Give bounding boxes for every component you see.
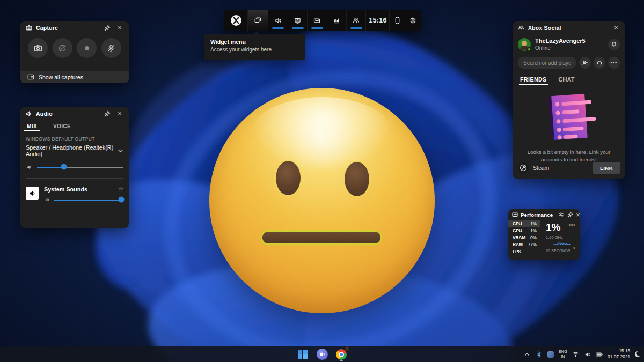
pin-icon[interactable]	[103, 24, 112, 32]
link-account-button[interactable]: LINK	[593, 162, 620, 174]
graph-y-min: 0	[573, 246, 575, 250]
avatar[interactable]	[518, 38, 531, 51]
search-input[interactable]	[523, 60, 571, 66]
more-options-button[interactable]: •••	[608, 57, 620, 69]
start-button[interactable]	[296, 348, 310, 361]
active-underline	[292, 27, 304, 29]
tray-chevron-up-icon[interactable]	[524, 351, 531, 358]
capture-widget-title: Capture	[36, 25, 58, 31]
active-underline	[350, 27, 362, 29]
emoji-mouth	[261, 230, 382, 245]
gear-icon	[409, 17, 416, 24]
performance-widget: Performance × CPU1% GPU1% VRAM0%	[508, 209, 580, 260]
people-icon	[353, 17, 360, 24]
tooltip-title: Widget menu	[210, 39, 298, 45]
xbox-logo-icon	[231, 15, 241, 26]
steam-icon	[518, 162, 529, 173]
tab-mix[interactable]: MIX	[26, 121, 38, 131]
metric-row-ram[interactable]: RAM77%	[508, 241, 540, 248]
gamertag: TheLazyAvenger5	[535, 38, 604, 44]
close-icon[interactable]: ×	[612, 24, 620, 32]
system-sounds-label: System Sounds	[44, 186, 87, 193]
show-all-captures-label: Show all captures	[39, 74, 83, 80]
gamebar-settings-button[interactable]	[405, 10, 421, 31]
performance-detail-panel: 1% 100 1.60 GHz 60 SECONDS 0	[540, 220, 577, 255]
performance-widget-title: Performance	[521, 212, 553, 218]
screenshot-button[interactable]	[28, 38, 48, 58]
speaker-icon[interactable]	[584, 351, 591, 358]
graph-y-max: 100	[568, 223, 575, 227]
tooltip-body: Access your widgets here	[210, 47, 298, 53]
audio-widget: Audio × MIX VOICE WINDOWS DEFAULT OUTPUT…	[20, 107, 129, 228]
capture-widget: Capture × Show all capt	[20, 21, 129, 83]
show-all-captures-button[interactable]: Show all captures	[20, 71, 129, 83]
party-headset-button[interactable]	[594, 57, 605, 69]
metric-row-vram[interactable]: VRAM0%	[508, 234, 540, 241]
taskbar-chat-button[interactable]	[315, 348, 329, 361]
wifi-icon[interactable]	[572, 351, 579, 358]
desktop: 15:16 Widget menu Access your widgets he…	[0, 0, 644, 362]
output-device-name: Speaker / Headphone (Realtek(R) Audio)	[26, 144, 118, 157]
output-device-dropdown[interactable]: Speaker / Headphone (Realtek(R) Audio)	[20, 142, 129, 157]
tab-voice[interactable]: VOICE	[52, 121, 72, 131]
taskbar-chrome-button[interactable]	[334, 348, 348, 361]
controller-passthrough-button[interactable]	[390, 10, 405, 31]
output-volume-slider[interactable]	[37, 164, 123, 170]
social-widget-title: Xbox Social	[528, 25, 561, 31]
system-sounds-app-icon	[26, 187, 39, 200]
xbox-home-button[interactable]	[224, 10, 248, 31]
emoji-gloss	[250, 97, 394, 174]
pin-icon[interactable]	[103, 109, 112, 118]
metric-row-fps[interactable]: FPS--	[508, 248, 540, 255]
favorite-star-icon[interactable]: ☆	[118, 186, 123, 193]
pin-icon[interactable]	[567, 210, 573, 219]
metric-row-cpu[interactable]: CPU1%	[508, 220, 540, 227]
close-icon[interactable]: ×	[576, 210, 580, 219]
notifications-bell-button[interactable]	[608, 39, 620, 50]
record-last-30s-button[interactable]	[53, 38, 72, 58]
start-recording-button[interactable]	[77, 38, 97, 58]
active-underline	[272, 27, 284, 29]
audio-speaker-icon	[275, 17, 282, 24]
widget-menu-tooltip: Widget menu Access your widgets here	[204, 34, 305, 60]
tray-app-icon[interactable]	[547, 351, 554, 358]
battery-icon[interactable]	[596, 351, 603, 358]
capture-widget-button[interactable]	[288, 10, 308, 31]
close-icon[interactable]: ×	[115, 24, 124, 32]
bluetooth-icon[interactable]	[536, 351, 543, 358]
language-indicator[interactable]: ENGIN	[559, 350, 567, 359]
performance-options-icon[interactable]	[558, 210, 565, 219]
tray-clock[interactable]: 15:16 31-07-2021	[608, 349, 630, 360]
tab-friends[interactable]: FRIENDS	[520, 76, 547, 85]
add-friend-button[interactable]	[579, 57, 591, 69]
chat-camera-icon	[317, 349, 328, 360]
chrome-extension-badge	[345, 346, 349, 351]
performance-sparkline	[552, 238, 572, 246]
performance-widget-button[interactable]	[327, 10, 347, 31]
system-sounds-volume-slider[interactable]	[54, 197, 123, 203]
bar-chart-icon	[333, 17, 340, 24]
social-widget-button[interactable]	[347, 10, 366, 31]
mic-muted-button[interactable]	[101, 38, 121, 58]
graph-x-label: 60 SECONDS	[546, 249, 570, 253]
audio-widget-button[interactable]	[268, 10, 288, 31]
tab-chat[interactable]: CHAT	[559, 76, 575, 85]
emoji-left-eye	[276, 161, 301, 195]
windows-logo-icon	[298, 350, 308, 359]
xbox-social-widget: Xbox Social × TheLazyAvenger5 Online	[513, 21, 625, 179]
focus-assist-moon-icon[interactable]	[634, 351, 641, 358]
gallery-widget-button[interactable]	[308, 10, 327, 31]
search-players-field[interactable]	[518, 57, 576, 69]
link-service-name: Steam	[533, 165, 589, 171]
performance-metric-list: CPU1% GPU1% VRAM0% RAM77% FPS--	[508, 220, 540, 255]
online-status: Online	[535, 45, 604, 51]
audio-title-icon	[25, 110, 32, 117]
social-title-icon	[517, 24, 524, 31]
metric-row-gpu[interactable]: GPU1%	[508, 227, 540, 234]
close-icon[interactable]: ×	[115, 109, 124, 118]
audio-widget-title: Audio	[36, 110, 53, 117]
gallery-icon	[27, 73, 34, 80]
widget-menu-button[interactable]	[248, 10, 268, 31]
output-section-label: WINDOWS DEFAULT OUTPUT	[20, 131, 129, 142]
tray-time: 15:16	[619, 349, 631, 353]
